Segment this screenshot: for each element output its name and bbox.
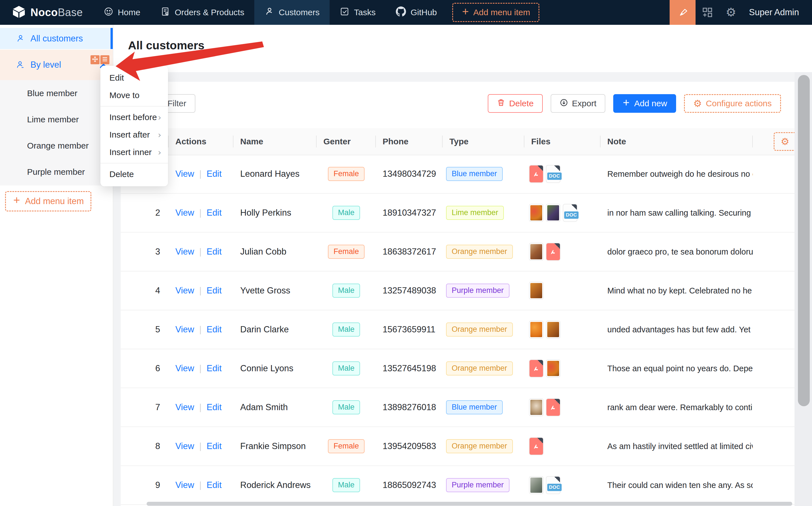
user-menu[interactable]: Super Admin bbox=[743, 7, 812, 17]
image-thumbnail[interactable] bbox=[546, 360, 560, 377]
sidebar-add-menu-item-button[interactable]: Add menu item bbox=[5, 191, 91, 212]
side-add-label: Add menu item bbox=[25, 196, 84, 206]
view-link[interactable]: View bbox=[175, 208, 194, 218]
gear-icon: ⚙ bbox=[781, 137, 789, 146]
menu-divider bbox=[100, 163, 168, 164]
type-cell: Orange member bbox=[443, 349, 524, 388]
column-header-note[interactable]: Note bbox=[600, 128, 753, 155]
image-thumbnail[interactable] bbox=[530, 282, 543, 299]
menu-item-edit[interactable]: Edit bbox=[100, 69, 168, 87]
delete-button[interactable]: Delete bbox=[488, 94, 543, 113]
view-link[interactable]: View bbox=[175, 247, 194, 257]
menu-item-label: Delete bbox=[109, 169, 134, 179]
chevron-right-icon: › bbox=[158, 148, 161, 157]
phone-cell: 13498034729 bbox=[376, 155, 443, 193]
view-link[interactable]: View bbox=[175, 441, 194, 451]
image-thumbnail[interactable] bbox=[530, 399, 543, 416]
edit-link[interactable]: Edit bbox=[207, 441, 222, 451]
ui-editor-button[interactable] bbox=[670, 0, 696, 25]
note-cell: Their could can widen ten she any. As so… bbox=[600, 466, 753, 504]
nav-item-tasks[interactable]: Tasks bbox=[330, 0, 386, 25]
horizontal-scrollbar-thumb[interactable] bbox=[147, 502, 792, 506]
vertical-scrollbar-thumb[interactable] bbox=[798, 75, 810, 406]
settings-button[interactable]: ⚙ bbox=[719, 0, 743, 25]
sidebar-item-lime-member[interactable]: Lime member bbox=[0, 106, 113, 133]
column-header-phone[interactable]: Phone bbox=[376, 128, 443, 155]
brand-logo[interactable]: NocoBase bbox=[0, 5, 94, 19]
edit-link[interactable]: Edit bbox=[207, 285, 222, 296]
doc-file-icon[interactable]: DOC bbox=[546, 477, 560, 494]
files-cell: DOC bbox=[524, 194, 600, 232]
sidebar-item-purple-member[interactable]: Purple member bbox=[0, 159, 113, 185]
note-cell: dolor graeco pro, te sea bonorum doloru.… bbox=[600, 233, 753, 271]
view-link[interactable]: View bbox=[175, 169, 194, 179]
pdf-file-icon[interactable] bbox=[530, 438, 543, 455]
nav-item-home[interactable]: Home bbox=[94, 0, 151, 25]
plugin-manager-button[interactable] bbox=[696, 0, 719, 25]
sidebar-item-all-customers[interactable]: All customers bbox=[0, 28, 113, 49]
pdf-file-icon[interactable] bbox=[546, 399, 560, 416]
edit-link[interactable]: Edit bbox=[207, 247, 222, 257]
type-tag: Orange member bbox=[446, 245, 513, 258]
edit-link[interactable]: Edit bbox=[207, 169, 222, 179]
files-cell: DOC bbox=[524, 155, 600, 193]
pdf-file-icon[interactable] bbox=[530, 165, 543, 182]
edit-link[interactable]: Edit bbox=[207, 480, 222, 490]
view-link[interactable]: View bbox=[175, 363, 194, 373]
view-link[interactable]: View bbox=[175, 285, 194, 296]
row-actions: View|Edit bbox=[169, 427, 233, 466]
menu-item-insert-before[interactable]: Insert before › bbox=[100, 108, 168, 126]
configure-actions-button[interactable]: ⚙ Configure actions bbox=[684, 94, 781, 113]
view-link[interactable]: View bbox=[175, 402, 194, 412]
type-tag: Orange member bbox=[446, 323, 513, 336]
menu-item-insert-inner[interactable]: Insert inner › bbox=[100, 144, 168, 161]
edit-link[interactable]: Edit bbox=[207, 325, 222, 335]
view-link[interactable]: View bbox=[175, 325, 194, 335]
sidebar-item-orange-member[interactable]: Orange member bbox=[0, 133, 113, 159]
column-header-genter[interactable]: Genter bbox=[317, 128, 376, 155]
tasks-checkbox-icon bbox=[340, 7, 349, 18]
image-thumbnail[interactable] bbox=[546, 204, 560, 221]
image-thumbnail[interactable] bbox=[530, 204, 543, 221]
image-thumbnail[interactable] bbox=[530, 321, 543, 338]
gear-icon: ⚙ bbox=[726, 6, 736, 18]
column-header-actions[interactable]: Actions bbox=[169, 128, 233, 155]
column-header-files[interactable]: Files bbox=[524, 128, 600, 155]
sidebar-item-by-level[interactable]: By level bbox=[0, 50, 113, 80]
navbar-add-menu-item-button[interactable]: Add menu item bbox=[452, 3, 540, 22]
edit-link[interactable]: Edit bbox=[207, 363, 222, 373]
doc-file-icon[interactable]: DOC bbox=[546, 165, 560, 182]
export-label: Export bbox=[572, 99, 596, 108]
menu-item-move-to[interactable]: Move to bbox=[100, 87, 168, 104]
pdf-file-icon[interactable] bbox=[530, 360, 543, 377]
nav-item-customers[interactable]: Customers bbox=[254, 0, 330, 25]
row-actions: View|Edit bbox=[169, 388, 233, 426]
add-new-button[interactable]: Add new bbox=[613, 94, 676, 113]
image-thumbnail[interactable] bbox=[546, 321, 560, 338]
column-header-name[interactable]: Name bbox=[233, 128, 317, 155]
table-row: 7View|EditAdam SmithMale13898276018Blue … bbox=[121, 388, 795, 427]
pdf-file-icon[interactable] bbox=[546, 243, 560, 260]
column-header-type[interactable]: Type bbox=[443, 128, 524, 155]
edit-link[interactable]: Edit bbox=[207, 208, 222, 218]
edit-link[interactable]: Edit bbox=[207, 402, 222, 412]
name-cell: Connie Lyons bbox=[233, 349, 317, 388]
nav-item-orders-products[interactable]: Orders & Products bbox=[151, 0, 255, 25]
configure-columns-button-cut[interactable]: ⚙ bbox=[774, 132, 795, 151]
drag-move-icon bbox=[92, 56, 98, 64]
export-button[interactable]: Export bbox=[551, 94, 605, 113]
menu-item-delete[interactable]: Delete bbox=[100, 165, 168, 183]
doc-file-icon[interactable]: DOC bbox=[563, 204, 577, 221]
chevron-right-icon: › bbox=[158, 130, 161, 140]
menu-divider bbox=[100, 106, 168, 106]
gender-cell: Female bbox=[317, 155, 376, 193]
drag-handle-button[interactable] bbox=[90, 55, 99, 64]
nav-item-github[interactable]: GitHub bbox=[386, 0, 447, 25]
image-thumbnail[interactable] bbox=[530, 477, 543, 494]
menu-item-insert-after[interactable]: Insert after › bbox=[100, 126, 168, 144]
table-row: 6View|EditConnie LyonsMale13527645198Ora… bbox=[121, 349, 795, 388]
view-link[interactable]: View bbox=[175, 480, 194, 490]
sidebar-item-blue-member[interactable]: Blue member bbox=[0, 80, 113, 106]
row-actions: View|Edit bbox=[169, 271, 233, 310]
image-thumbnail[interactable] bbox=[530, 243, 543, 260]
